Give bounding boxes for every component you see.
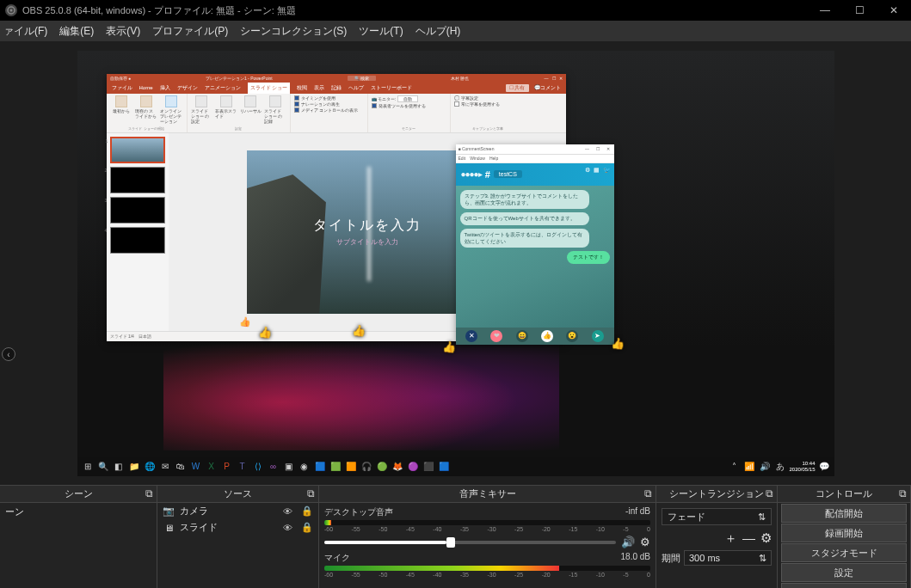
- remove-transition-button[interactable]: —: [742, 530, 755, 547]
- cs-heart-icon: ❤: [490, 330, 502, 342]
- ppt-tab-slideshow: スライド ショー: [248, 83, 291, 94]
- dock-panels: シーン⧉ ーン ソース⧉ 📷 カメラ 👁 🔒 🖥 スライド 👁 🔒 音声ミキサー…: [0, 485, 911, 588]
- transition-select[interactable]: フェード⇅: [662, 508, 772, 525]
- tb-spotify-icon: 🟢: [375, 460, 389, 474]
- close-button[interactable]: ✕: [877, 0, 911, 21]
- visibility-icon[interactable]: 👁: [283, 506, 292, 517]
- ppt-rbn-g1-label: スライド ショーの開始: [110, 126, 183, 131]
- panel-transitions: シーントランジション⧉ フェード⇅ ＋ — ⚙ 期間 300 ms⇅: [656, 486, 778, 588]
- preview-scroll-left-button[interactable]: ‹: [2, 347, 15, 361]
- popout-icon[interactable]: ⧉: [899, 487, 907, 499]
- maximize-button[interactable]: ☐: [842, 0, 877, 21]
- cs-thumbsup-icon: 👍: [541, 330, 553, 342]
- ppt-rbn-online: オンライン プレゼンテーション: [160, 108, 182, 124]
- speaker-icon[interactable]: 🔊: [621, 536, 635, 548]
- panel-controls: コントロール⧉ 配信開始 録画開始 スタジオモード 設定 終了: [778, 486, 911, 588]
- ppt-chk-caption: 常に字幕を使用する: [461, 101, 500, 107]
- menu-profile[interactable]: プロファイル(P): [152, 24, 228, 39]
- cs-twitter-icon: 🐦: [603, 167, 611, 174]
- ppt-thumb-4: [110, 227, 165, 254]
- panel-sources-title: ソース: [224, 487, 252, 500]
- menu-file[interactable]: ァイル(F): [3, 24, 47, 39]
- popout-icon[interactable]: ⧉: [145, 487, 153, 499]
- mixer-desktop-slider[interactable]: [324, 541, 616, 544]
- transition-settings-button[interactable]: ⚙: [760, 530, 772, 547]
- visibility-icon[interactable]: 👁: [283, 523, 292, 533]
- panel-scenes: シーン⧉ ーン: [0, 486, 157, 588]
- tb-mail-icon: ✉: [158, 460, 172, 474]
- mixer-desktop-db: -inf dB: [625, 506, 650, 518]
- menu-tools[interactable]: ツール(T): [359, 24, 403, 39]
- mixer-desktop-label: デスクトップ音声: [324, 506, 393, 518]
- windows-taskbar: ⊞ 🔍 ◧ 📁 🌐 ✉ 🛍 W X P T ⟨⟩ ∞ ▣ ◉ 🟦 🟩 🟧 🎧 �: [77, 457, 834, 476]
- start-recording-button[interactable]: 録画開始: [781, 524, 907, 542]
- cs-msg-2: QRコードを使ってWebサイトを共有できます。: [460, 212, 589, 224]
- menu-scenes[interactable]: シーンコレクション(S): [240, 24, 347, 39]
- tb-cs-icon: 🟦: [437, 460, 451, 474]
- source-slide-label: スライド: [180, 521, 218, 534]
- emoji-thumbsup-icon: 👍: [611, 337, 625, 350]
- ppt-chk-narration: ナレーションの再生: [301, 101, 340, 107]
- ppt-titlebar: 自動保存 ● プレゼンテーション1 - PowerPoint 🔍 検索 木村 勝…: [107, 74, 566, 83]
- chevron-updown-icon: ⇅: [759, 553, 766, 564]
- popout-icon[interactable]: ⧉: [307, 487, 315, 499]
- mixer-ticks: -60-55-50-45-40-35-30-25-20-15-10-50: [324, 526, 650, 532]
- menu-edit[interactable]: 編集(E): [59, 24, 94, 39]
- minimize-button[interactable]: —: [808, 0, 842, 21]
- preview-canvas[interactable]: 自動保存 ● プレゼンテーション1 - PowerPoint 🔍 検索 木村 勝…: [77, 51, 834, 476]
- tb-ime-icon: あ: [773, 460, 787, 474]
- chevron-updown-icon: ⇅: [758, 511, 766, 523]
- gear-icon[interactable]: ⚙: [640, 536, 650, 548]
- ppt-chk-timing: タイミングを使用: [301, 95, 335, 101]
- ppt-share: ☐ 共有: [506, 84, 529, 92]
- tb-sound-icon: 🔊: [758, 460, 772, 474]
- emoji-thumbsup-icon: 👍: [442, 340, 456, 353]
- preview-stage: ‹ 自動保存 ● プレゼンテーション1 - PowerPoint 🔍 検索 木村…: [0, 41, 911, 485]
- tb-discord-icon: 🎧: [360, 460, 373, 474]
- exit-button[interactable]: 終了: [781, 583, 907, 588]
- ppt-thumb-1: [110, 137, 165, 163]
- ppt-tab-help: ヘルプ: [348, 84, 364, 92]
- menu-help[interactable]: ヘルプ(H): [415, 24, 461, 39]
- menu-view[interactable]: 表示(V): [106, 24, 140, 39]
- ppt-autosave: 自動保存 ●: [110, 76, 131, 81]
- ppt-tab-design: デザイン: [177, 84, 198, 92]
- emoji-thumbsup-icon: 👍: [352, 324, 366, 337]
- panel-mixer-title: 音声ミキサー: [459, 487, 516, 500]
- start-streaming-button[interactable]: 配信開始: [781, 504, 907, 523]
- source-row-camera[interactable]: 📷 カメラ 👁 🔒: [157, 503, 318, 519]
- mixer-desktop-meter: [324, 520, 650, 525]
- cs-logo-icon: ●●●●▸: [461, 169, 482, 179]
- panel-mixer: 音声ミキサー⧉ デスクトップ音声-inf dB -60-55-50-45-40-…: [319, 486, 656, 588]
- tb-notif-icon: 💬: [817, 460, 831, 474]
- ppt-rbn-g4-label: モニター: [372, 126, 446, 131]
- lock-icon[interactable]: 🔒: [301, 522, 313, 533]
- app-logo-icon: [5, 4, 17, 16]
- ppt-ribbon-tabs: ファイル Home 挿入 デザイン アニメーション スライド ショー 校閲 表示…: [107, 83, 566, 94]
- emoji-thumbsup-icon: 👍: [258, 326, 272, 339]
- popout-icon[interactable]: ⧉: [766, 487, 773, 499]
- commentscreen-window: ■ CommentScreen —☐✕ Edit Window Help ●●●…: [456, 144, 614, 345]
- tb-taskview-icon: ◧: [112, 460, 126, 474]
- popout-icon[interactable]: ⧉: [644, 487, 652, 499]
- studio-mode-button[interactable]: スタジオモード: [781, 543, 907, 562]
- tb-vscode-icon: ⟨⟩: [251, 460, 265, 474]
- tb-word-icon: W: [189, 460, 203, 474]
- lock-icon[interactable]: 🔒: [301, 505, 313, 517]
- cs-body: ステップ3. 誰かがウェブサイトでコメントをしたら、画面に文字が流れます。 QR…: [456, 186, 614, 328]
- source-row-slide[interactable]: 🖥 スライド 👁 🔒: [157, 519, 318, 536]
- ppt-user: 木村 勝也: [451, 76, 469, 81]
- cs-msg-3: Twitterのツイートを表示するには、ログインして有効にしてください: [460, 229, 589, 248]
- cs-footer: ✕ ❤ 😄 👍 😮 ➤: [456, 328, 614, 345]
- ppt-rbn-hide: 非表示スライド: [215, 108, 237, 119]
- ppt-search: 🔍 検索: [348, 76, 376, 81]
- add-transition-button[interactable]: ＋: [724, 530, 737, 547]
- settings-button[interactable]: 設定: [781, 563, 907, 582]
- tb-app2-icon: 🟩: [329, 460, 342, 474]
- cs-room-name: testCS: [494, 170, 522, 178]
- tb-clock: 10:442020/05/15: [789, 461, 815, 472]
- tb-start-icon: ⊞: [81, 460, 95, 474]
- ppt-file-title: プレゼンテーション1 - PowerPoint: [206, 76, 273, 81]
- duration-input[interactable]: 300 ms⇅: [684, 550, 772, 566]
- scene-row-1[interactable]: ーン: [0, 503, 157, 521]
